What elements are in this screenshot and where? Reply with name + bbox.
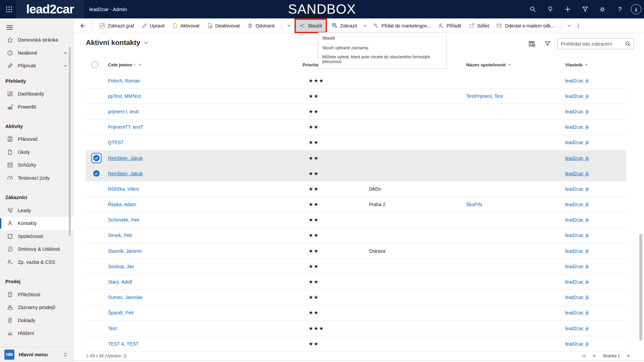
owner-link[interactable]: lead2car, jk [565, 181, 589, 196]
help-icon[interactable]: ? [613, 3, 626, 16]
owner-link[interactable]: lead2car, jk [565, 290, 589, 305]
table-row[interactable]: Španěl, Petr★★lead2car, jk [86, 305, 627, 321]
sidebar-item-dashboardy[interactable]: Dashboardy [0, 87, 74, 101]
sidebar-item-z-znamy-prodej[interactable]: Záznamy prodejů [0, 301, 74, 314]
contact-name-link[interactable]: Soukup, Jan [108, 259, 134, 274]
contact-name-link[interactable]: Reinštein, Jakub [108, 150, 143, 166]
company-link[interactable]: TestPrijmeni, Test [466, 88, 503, 104]
table-row[interactable]: Soukup, Jan★★lead2car, jk [86, 259, 627, 274]
row-checkbox-cell[interactable] [89, 104, 104, 119]
column-header-company[interactable]: Název společnosti [466, 56, 512, 73]
view-selector-chevron-icon[interactable] [144, 40, 149, 45]
table-row[interactable]: prijmeni t, testt★★lead2car, jk [86, 104, 627, 119]
table-row[interactable]: Reinštein, Jakub★★lead2car, jk [86, 150, 627, 166]
company-link[interactable]: ŠkoFIN [466, 197, 482, 212]
chevron-down-icon[interactable] [138, 63, 142, 67]
row-checkbox-cell[interactable] [89, 120, 104, 135]
owner-link[interactable]: lead2car, jk [565, 73, 589, 88]
table-row[interactable]: Růžička, Vilém★★Děčínlead2car, jk [86, 181, 627, 197]
search-icon[interactable] [625, 41, 631, 47]
sidebar-item-domovsk-str-nka[interactable]: Domovská stránka [0, 34, 74, 47]
table-row[interactable]: TEST A, TEST★★lead2car, jk [86, 336, 627, 352]
sidebar-footer[interactable]: HM Hlavní menu [0, 347, 74, 362]
table-row[interactable]: Poloch, Roman★★★lead2car, jk [86, 73, 627, 88]
contact-name-link[interactable]: Starý, Adolf [108, 274, 132, 289]
owner-link[interactable]: lead2car, jk [565, 321, 589, 336]
search-icon[interactable] [526, 3, 539, 16]
table-row[interactable]: Řepka, Adam★★Praha 2ŠkoFINlead2car, jk [86, 197, 627, 213]
more-chevron-icon[interactable] [565, 20, 573, 32]
back-button[interactable] [76, 20, 89, 32]
owner-link[interactable]: lead2car, jk [565, 274, 589, 289]
table-row[interactable]: Simek, Petr★★lead2car, jk [86, 228, 627, 243]
table-row[interactable]: ppTest, MMTest★★TestPrijmeni, Testlead2c… [86, 88, 627, 104]
gear-icon[interactable] [596, 3, 609, 16]
row-checkbox-cell[interactable] [89, 321, 104, 336]
merge-button[interactable]: Sloučit [296, 20, 326, 32]
row-checkbox-cell[interactable] [89, 290, 104, 305]
contact-name-link[interactable]: Test [108, 321, 117, 336]
sidebar-item-spole-nosti[interactable]: Společnosti [0, 230, 74, 243]
row-checkbox-cell[interactable] [89, 88, 104, 104]
contact-name-link[interactable]: Řepka, Adam [108, 197, 136, 212]
waffle-menu-icon[interactable] [3, 4, 15, 15]
row-checkbox-cell[interactable] [89, 305, 104, 320]
edit-columns-icon[interactable] [526, 38, 538, 49]
show-chart-button[interactable]: Zobrazit graf [96, 20, 138, 32]
table-row[interactable]: Reinštein, Jakub★★lead2car, jk [86, 166, 627, 181]
owner-link[interactable]: lead2car, jk [565, 150, 589, 166]
owner-link[interactable]: lead2car, jk [565, 243, 589, 258]
contact-name-link[interactable]: Sumec, Jaroslav [108, 290, 143, 305]
contact-name-link[interactable]: Reinštein, Jakub [108, 166, 143, 181]
overflow-menu-icon[interactable] [573, 20, 583, 32]
sidebar-item-leady[interactable]: Leady [0, 204, 74, 217]
table-row[interactable]: Sumec, Jaroslav★★lead2car, jk [86, 290, 627, 305]
sidebar-item-pl-nova[interactable]: Plánovač [0, 133, 74, 146]
row-checkbox-cell[interactable] [89, 181, 104, 196]
row-checkbox-cell[interactable] [89, 228, 104, 243]
contact-name-link[interactable]: Schimekk, Petr [108, 213, 140, 228]
row-checkbox-cell[interactable] [89, 150, 104, 166]
share-button[interactable]: Sdílet [465, 20, 493, 32]
assign-button[interactable]: Přiřadit [434, 20, 465, 32]
sidebar-item-sch-zky[interactable]: Schůzky [0, 159, 74, 172]
row-checkbox-cell[interactable] [89, 166, 104, 181]
row-checkbox-cell[interactable] [89, 336, 104, 351]
row-checkbox-cell[interactable] [89, 197, 104, 212]
sidebar-item-p-ipnut[interactable]: Připnuté [0, 59, 74, 72]
next-page-icon[interactable] [625, 353, 631, 359]
column-header-name[interactable]: Celé jméno ↑ [108, 56, 142, 73]
sidebar-item-zp-vazba-css[interactable]: Zp. vazba & CSS [0, 256, 74, 269]
edit-button[interactable]: Upravit [138, 20, 168, 32]
owner-link[interactable]: lead2car, jk [565, 259, 589, 274]
chevron-down-icon[interactable] [285, 20, 293, 32]
sidebar-item-testovac-j-zdy[interactable]: Testovací jízdy [0, 172, 74, 185]
owner-link[interactable]: lead2car, jk [565, 135, 589, 150]
area-switcher-chevrons-icon[interactable] [62, 352, 68, 358]
sidebar-item-ned-vn[interactable]: Nedávné [0, 47, 74, 60]
chevron-down-icon[interactable] [507, 63, 512, 67]
row-checkbox-cell[interactable] [89, 259, 104, 274]
table-row[interactable]: Test★★★lead2car, jk [86, 321, 627, 336]
column-header-owner[interactable]: Vlastník [565, 56, 588, 73]
row-checkbox-checked[interactable] [93, 170, 100, 177]
view-search-input[interactable] [561, 41, 625, 47]
sidebar-item-p-le-itosti[interactable]: Příležitosti [0, 288, 74, 301]
chevron-down-icon[interactable] [63, 63, 68, 68]
sidebar-item-doklady[interactable]: Doklady [0, 314, 74, 327]
owner-link[interactable]: lead2car, jk [565, 305, 589, 320]
sidebar-item-hl-en[interactable]: Hlášení [0, 327, 74, 340]
owner-link[interactable]: lead2car, jk [565, 88, 589, 104]
table-row[interactable]: Slavník, Jaromír★★Ostravalead2car, jk [86, 243, 627, 259]
table-row[interactable]: PrijmeniTT, testT★★lead2car, jk [86, 120, 627, 135]
hamburger-menu-icon[interactable] [4, 22, 15, 33]
contact-name-link[interactable]: Simek, Petr [108, 228, 132, 243]
lightbulb-icon[interactable] [544, 3, 556, 16]
owner-link[interactable]: lead2car, jk [565, 197, 589, 212]
filter-view-icon[interactable] [542, 38, 553, 49]
prev-page-icon[interactable] [592, 353, 598, 359]
contact-name-link[interactable]: ppTest, MMTest [108, 88, 141, 104]
contact-name-link[interactable]: Růžička, Vilém [108, 181, 139, 196]
contact-name-link[interactable]: PrijmeniTT, testT [108, 120, 143, 135]
email-link-button[interactable]: Odeslat e-mailem odk... [493, 20, 558, 32]
